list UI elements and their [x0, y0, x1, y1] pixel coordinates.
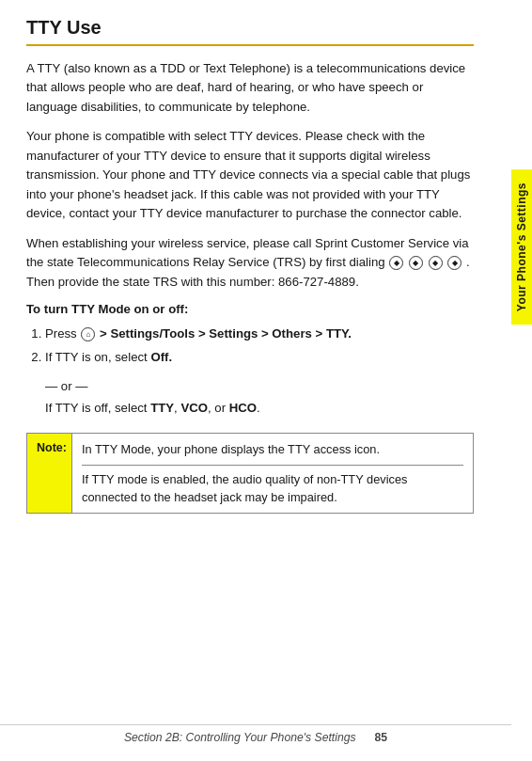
footer-section: Section 2B: Controlling Your Phone's Set… [124, 731, 356, 744]
home-icon: ⌂ [81, 327, 95, 341]
footer-page-number: 85 [375, 731, 388, 744]
side-tab: Your Phone's Settings [511, 169, 532, 325]
dial-icon-4: ◆ [447, 256, 462, 270]
page-title: TTY Use [26, 17, 474, 46]
side-tab-label: Your Phone's Settings [515, 182, 528, 311]
alt-step: If TTY is off, select TTY, VCO, or HCO. [45, 398, 474, 418]
paragraph-2: Your phone is compatible with select TTY… [26, 127, 474, 223]
or-divider: — or — [45, 376, 474, 396]
note-divider-line [82, 465, 463, 466]
note-line-1: In TTY Mode, your phone displays the TTY… [82, 440, 463, 458]
step-1-prefix: Press [45, 326, 80, 341]
step-2: If TTY is on, select Off. [45, 347, 474, 367]
step-2-content: If TTY is on, select Off. [45, 350, 172, 364]
footer-inner: Section 2B: Controlling Your Phone's Set… [0, 731, 511, 744]
note-line-2: If TTY mode is enabled, the audio qualit… [82, 470, 463, 506]
note-box: Note: In TTY Mode, your phone displays t… [26, 433, 474, 514]
instruction-heading: To turn TTY Mode on or off: [26, 302, 474, 316]
page-container: Your Phone's Settings TTY Use A TTY (als… [0, 0, 532, 761]
footer: Section 2B: Controlling Your Phone's Set… [0, 724, 511, 744]
steps-list: Press ⌂ > Settings/Tools > Settings > Ot… [45, 324, 474, 367]
main-content: TTY Use A TTY (also known as a TDD or Te… [0, 0, 511, 542]
dial-icon-1: ◆ [389, 256, 403, 270]
note-content: In TTY Mode, your phone displays the TTY… [72, 434, 473, 513]
step-1-content: Press ⌂ > Settings/Tools > Settings > Ot… [45, 326, 352, 341]
paragraph-1: A TTY (also known as a TDD or Text Telep… [26, 59, 474, 117]
step-1-bold: > Settings/Tools > Settings > Others > T… [100, 326, 352, 341]
paragraph-3: When establishing your wireless service,… [26, 234, 474, 292]
note-label: Note: [27, 434, 72, 513]
dial-icon-2: ◆ [409, 256, 423, 270]
step-1: Press ⌂ > Settings/Tools > Settings > Ot… [45, 324, 474, 343]
dial-icon-3: ◆ [429, 256, 443, 270]
